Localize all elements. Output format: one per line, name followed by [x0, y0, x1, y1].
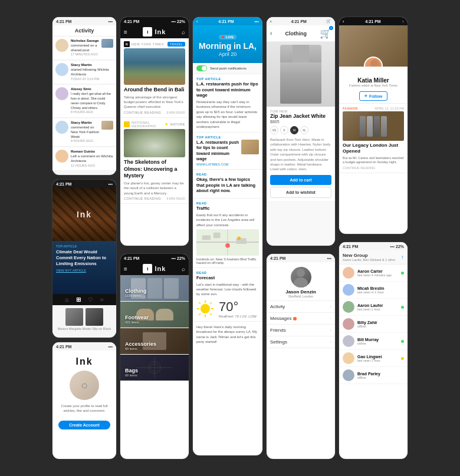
- clothes-rack: [360, 116, 387, 137]
- chat-member-brad[interactable]: Brad Parley offline: [339, 367, 408, 384]
- hamburger-icon[interactable]: ≡: [124, 29, 127, 35]
- follow-button[interactable]: + Follow: [359, 91, 387, 101]
- ink-categories-phone: 4:21 PM ▪▪▪ 22% ≡ I Ink ⌕: [120, 253, 189, 460]
- menu-item-activity[interactable]: Activity ›: [267, 301, 335, 313]
- bill-murray-status: online: [357, 342, 398, 345]
- list-item[interactable]: Stacy Martin started following Wichita A…: [52, 61, 116, 84]
- size-selector: XS S M XL: [270, 126, 331, 134]
- list-item[interactable]: Alexey Strin I really don't get what all…: [52, 85, 116, 118]
- bags-category-label: Bags 68 items: [125, 368, 138, 377]
- home-icon[interactable]: ⌂: [65, 296, 68, 303]
- fashion-article-card[interactable]: Fashion APRIL 11, 11:24 AM Our Legacy Lo…: [339, 104, 408, 173]
- cart-badge: 1: [329, 26, 333, 30]
- add-to-cart-button[interactable]: Add to cart: [270, 175, 331, 185]
- heritage-article-image: [343, 111, 404, 141]
- add-to-wishlist-button[interactable]: Add to wishlist: [270, 187, 331, 198]
- climate-article[interactable]: TOP ARTICLE Climate Deal Would Commit Ev…: [52, 241, 116, 294]
- category-clothing[interactable]: Clothing 1136 items: [120, 275, 189, 301]
- svg-point-22: [294, 277, 308, 287]
- micah-name: Micah Breslin: [357, 286, 398, 290]
- shoe-shape-2: [156, 309, 173, 320]
- menu-messages-label: Messages: [270, 316, 291, 321]
- story-forecast[interactable]: Read Forecast Let's start in traditional…: [193, 268, 262, 322]
- search-icon[interactable]: ⌕: [182, 29, 185, 35]
- create-account-button[interactable]: Create Account: [58, 421, 110, 429]
- chat-member-bill-murray[interactable]: Bill Murray online: [339, 333, 408, 350]
- story-topics[interactable]: Read Okay, there's a few topics that peo…: [193, 170, 262, 199]
- status-back-clothing[interactable]: ‹: [270, 19, 271, 24]
- push-notification-toggle[interactable]: Send push notifications: [193, 63, 262, 74]
- status-back-la[interactable]: ‹: [196, 19, 198, 24]
- la-morning-header: LIVE Morning in LA, April 20: [193, 25, 262, 63]
- nat-geo-article[interactable]: National Geographic ★ Nature The Skeleto…: [120, 118, 189, 204]
- gao-status: last seen 1 hour: [357, 359, 398, 362]
- bookmark-icon[interactable]: ♡: [88, 296, 93, 303]
- story-restaurants-2[interactable]: Top Article L.A. restaurants push for ti…: [193, 133, 262, 169]
- footwear-category-label: Footwear 421 items: [125, 315, 149, 324]
- list-item[interactable]: Stacy Martin commented on New York Fashi…: [52, 118, 116, 147]
- activity-text: Stacy Martin started following Wichita A…: [71, 63, 113, 81]
- categories-search-icon[interactable]: ⌕: [182, 266, 185, 272]
- chat-member-aaron-carter[interactable]: Aaron Carter last seen 4 minutes ago: [339, 265, 408, 282]
- menu-friends-chevron: ›: [330, 328, 331, 333]
- status-cart-clothing[interactable]: 🛒: [326, 19, 331, 24]
- aaron-carter-status: last seen 4 minutes ago: [357, 273, 398, 277]
- chat-member-gao[interactable]: Gao Lingwei last seen 1 hour: [339, 350, 408, 367]
- column-1-group: 4:21 PM ▪▪▪ Activity Nicholas Savage com…: [52, 16, 117, 460]
- menu-friends-label: Friends: [270, 328, 286, 333]
- svg-line-19: [210, 302, 212, 304]
- menu-item-settings[interactable]: Settings ›: [267, 336, 335, 348]
- chat-member-micah[interactable]: Micah Breslin last seen in 1 hour: [339, 282, 408, 299]
- list-item[interactable]: Roman Guirás Left a comment on Wichita A…: [52, 147, 116, 171]
- product-jacket-figure: [280, 45, 321, 104]
- story-link-2[interactable]: WWW.LATIMES.COM: [196, 163, 239, 166]
- story-restaurants-1[interactable]: Top Article L.A. restaurants push for ti…: [193, 74, 262, 133]
- chat-member-billy[interactable]: Billy Zahir offline: [339, 316, 408, 333]
- person-silhouette: [291, 267, 311, 287]
- cart-button[interactable]: 🛒 1: [320, 28, 331, 39]
- category-footwear[interactable]: Footwear 421 items: [120, 302, 189, 328]
- size-xl[interactable]: XL: [300, 126, 308, 134]
- billy-name: Billy Zahir: [357, 320, 398, 325]
- menu-item-messages[interactable]: Messages ›: [267, 313, 335, 325]
- bali-read-time: 9 MIN READ: [167, 111, 185, 114]
- categories-hamburger-icon[interactable]: ≡: [124, 266, 127, 272]
- bali-read-more[interactable]: CONTINUE READING: [124, 111, 161, 114]
- size-s[interactable]: S: [280, 126, 288, 134]
- svg-line-18: [210, 313, 212, 315]
- billy-info: Billy Zahir offline: [357, 320, 398, 328]
- share-group-icon[interactable]: ↑: [401, 254, 404, 260]
- size-m[interactable]: M: [290, 126, 298, 134]
- push-toggle-switch[interactable]: [196, 65, 207, 71]
- story-traffic[interactable]: Read Traffic Easily find out if any acci…: [193, 199, 262, 268]
- categories-ink-letter: I: [147, 266, 148, 272]
- explore-icon[interactable]: ⊞: [76, 296, 81, 303]
- aaron-carter-info: Aaron Carter last seen 4 minutes ago: [357, 269, 398, 277]
- category-accessories[interactable]: Accessories 89 items: [120, 328, 189, 354]
- profile-user-name: Jason Denzin: [270, 289, 331, 295]
- nyt-article[interactable]: N New York Times Travel Around the Bend …: [120, 38, 189, 118]
- online-status-dot-2: [401, 306, 404, 309]
- back-arrow-icon[interactable]: ‹: [270, 30, 272, 37]
- olmos-read-more[interactable]: CONTINUE READING: [124, 197, 161, 200]
- la-morning-date: April 20: [196, 51, 259, 57]
- status-icons: ▪▪▪: [109, 19, 113, 24]
- push-toggle-label: Send push notifications: [210, 67, 247, 70]
- olmos-article-meta: CONTINUE READING 9 MIN READ: [124, 197, 185, 200]
- svg-point-11: [237, 236, 241, 240]
- heritage-read-more[interactable]: CONTINUE READING: [343, 166, 404, 170]
- status-back-katia[interactable]: ‹: [343, 19, 344, 24]
- climate-read-more[interactable]: VIEW NYT ARTICLE: [56, 269, 113, 272]
- status-share-katia[interactable]: ↑: [402, 19, 405, 24]
- menu-item-friends[interactable]: Friends ›: [267, 325, 335, 336]
- list-item[interactable]: Nicholas Savage commented on a shared po…: [52, 37, 116, 60]
- size-xs[interactable]: XS: [270, 126, 278, 134]
- profile-nav-icon[interactable]: ○: [100, 296, 104, 303]
- story-text-final: Hey there! Here's daily morning broadcas…: [196, 325, 259, 345]
- article-category-badge: Travel: [167, 42, 185, 47]
- jacket-zipper: [293, 45, 309, 62]
- product-thumb-1: [65, 308, 83, 326]
- story-final[interactable]: Hey there! Here's daily morning broadcas…: [193, 322, 262, 348]
- chat-member-aaron-laufer[interactable]: Aaron Laufer last seen 1 hour: [339, 299, 408, 316]
- category-bags[interactable]: Bags 68 items: [120, 355, 189, 381]
